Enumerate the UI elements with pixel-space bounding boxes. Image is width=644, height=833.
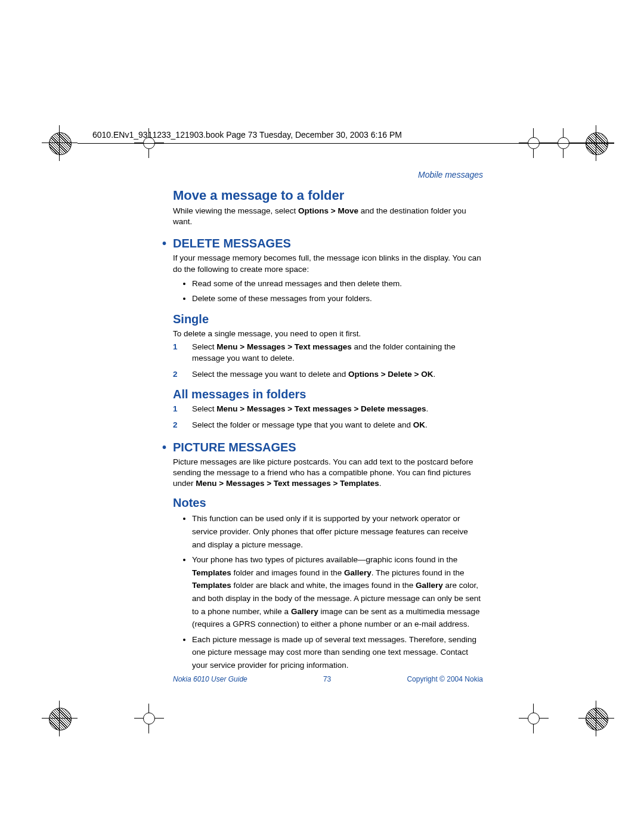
- all-folders-steps: Select Menu > Messages > Text messages >…: [173, 404, 483, 431]
- list-item: Read some of the unread messages and the…: [192, 277, 483, 290]
- bold-text: Options > Move: [298, 206, 358, 215]
- text: Select the folder or message type that y…: [192, 420, 413, 429]
- notes-bullets: This function can be used only if it is …: [173, 512, 483, 671]
- picture-paragraph: Picture messages are like picture postca…: [173, 457, 483, 490]
- page-footer: Nokia 6010 User Guide 73 Copyright © 200…: [173, 675, 483, 683]
- text: Your phone has two types of pictures ava…: [192, 555, 457, 564]
- heading-delete-messages: DELETE MESSAGES: [173, 237, 483, 250]
- bold-text: Menu > Messages > Text messages > Templa…: [196, 479, 379, 488]
- heading-text: DELETE MESSAGES: [173, 237, 291, 250]
- footer-guide-title: Nokia 6010 User Guide: [173, 675, 247, 683]
- list-item: Select Menu > Messages > Text messages >…: [173, 404, 483, 415]
- document-page: 6010.ENv1_9311233_121903.book Page 73 Tu…: [0, 0, 644, 833]
- text: .: [425, 420, 428, 429]
- footer-copyright: Copyright © 2004 Nokia: [407, 675, 483, 683]
- registration-mark-icon: [578, 701, 614, 736]
- text: .: [426, 404, 429, 413]
- list-item: Delete some of these messages from your …: [192, 292, 483, 305]
- delete-intro: If your message memory becomes full, the…: [173, 253, 483, 274]
- page-content: Mobile messages Move a message to a fold…: [173, 170, 483, 674]
- list-item: Select Menu > Messages > Text messages a…: [173, 342, 483, 364]
- text: .: [433, 370, 435, 379]
- bold-text: Gallery: [416, 581, 443, 590]
- bold-text: Templates: [192, 581, 231, 590]
- heading-all-folders: All messages in folders: [173, 388, 483, 401]
- heading-notes: Notes: [173, 496, 483, 510]
- list-item: This function can be used only if it is …: [192, 512, 483, 551]
- list-item: Each picture message is made up of sever…: [192, 633, 483, 672]
- list-item: Your phone has two types of pictures ava…: [192, 553, 483, 631]
- move-paragraph: While viewing the message, select Option…: [173, 206, 483, 227]
- bold-text: Menu > Messages > Text messages > Delete…: [216, 404, 426, 413]
- bold-text: Gallery: [291, 607, 318, 616]
- chapter-label: Mobile messages: [173, 170, 483, 179]
- registration-mark-icon: [42, 701, 78, 736]
- single-steps: Select Menu > Messages > Text messages a…: [173, 342, 483, 380]
- page-header-meta: 6010.ENv1_9311233_121903.book Page 73 Tu…: [92, 130, 402, 140]
- bold-text: Menu > Messages > Text messages: [216, 342, 351, 351]
- crosshair-icon: [134, 704, 164, 733]
- header-rule: [78, 143, 614, 144]
- bold-text: Options > Delete > OK: [348, 370, 434, 379]
- list-item: Select the folder or message type that y…: [173, 420, 483, 431]
- heading-text: PICTURE MESSAGES: [173, 441, 296, 454]
- text: While viewing the message, select: [173, 206, 298, 215]
- heading-picture-messages: PICTURE MESSAGES: [173, 441, 483, 454]
- text: . The pictures found in the: [371, 568, 465, 577]
- registration-mark-icon: [42, 125, 78, 161]
- delete-bullets: Read some of the unread messages and the…: [173, 277, 483, 305]
- list-item: Select the message you want to delete an…: [173, 369, 483, 380]
- heading-move-message: Move a message to a folder: [173, 188, 483, 203]
- text: Select: [192, 404, 216, 413]
- text: folder and images found in the: [231, 568, 344, 577]
- bold-text: Templates: [192, 568, 231, 577]
- text: Select the message you want to delete an…: [192, 370, 348, 379]
- text: folder are black and white, the images f…: [231, 581, 416, 590]
- text: .: [379, 479, 382, 488]
- single-intro: To delete a single message, you need to …: [173, 329, 483, 339]
- crosshair-icon: [519, 704, 549, 733]
- text: Select: [192, 342, 216, 351]
- heading-single: Single: [173, 312, 483, 326]
- bold-text: Gallery: [344, 568, 371, 577]
- bold-text: OK: [413, 420, 425, 429]
- footer-page-number: 73: [323, 675, 331, 683]
